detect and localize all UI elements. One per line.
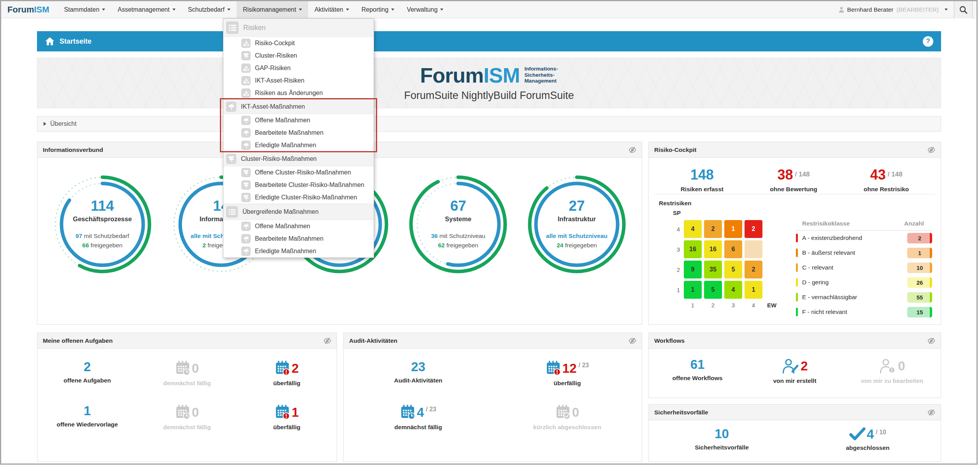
- dropdown-header-cluster-risiko-massnahmen: Cluster-Risiko-Maßnahmen: [223, 152, 374, 166]
- stat-value-row: 1: [84, 404, 91, 417]
- stat-value-row: 43/ 148: [864, 168, 909, 182]
- circle-line: 36 mit Schutzniveau: [431, 231, 485, 241]
- stat-number: 43: [870, 168, 886, 182]
- dropdown-header-risiken: Risiken: [223, 19, 374, 37]
- check-blue: [849, 427, 866, 441]
- help-icon[interactable]: ?: [923, 36, 933, 47]
- dropdown-item-erledigte-massnahmen[interactable]: Erledigte Maßnahmen: [223, 139, 374, 152]
- restrisikoklasse-table: Restrisikoklasse Anzahl A - existenzbedr…: [796, 220, 933, 319]
- menu-risikomanagement[interactable]: Risikomanagement: [237, 1, 308, 18]
- menu-reporting[interactable]: Reporting: [355, 1, 400, 18]
- eye-slash-icon[interactable]: [927, 409, 935, 416]
- stat-abgeschlossen: 4/ 10abgeschlossen: [795, 427, 941, 451]
- app-window: ForumISM StammdatenAssetmanagementSchutz…: [0, 0, 978, 465]
- stat-label: offene Wiedervorlage: [56, 421, 118, 428]
- app-logo[interactable]: ForumISM: [1, 1, 58, 18]
- matrix-row-label: 1: [673, 287, 681, 293]
- circle-label: Infrastruktur: [558, 215, 596, 223]
- restrisiken-label: Restrisiken: [659, 200, 933, 207]
- brand-part2: ISM: [34, 5, 49, 15]
- navbar-right: Bernhard Berater (BEARBEITER): [832, 1, 976, 18]
- circle-line: 97 mit Schutzbedarf: [76, 231, 129, 241]
- cockpit-stat-ohne-restrisiko: 43/ 148ohne Restrisiko: [864, 168, 909, 193]
- eye-slash-icon[interactable]: [629, 337, 636, 345]
- user-menu[interactable]: Bernhard Berater (BEARBEITER): [832, 6, 954, 13]
- risikomanagement-dropdown: RisikenRisiko-CockpitCluster-RisikenGAP-…: [223, 18, 374, 258]
- circle-line-seg: 66: [82, 242, 89, 248]
- matrix-cell: 1: [724, 220, 742, 238]
- uebersicht-toggle[interactable]: Übersicht: [37, 116, 941, 132]
- dropdown-item-offene-massnahmen[interactable]: Offene Maßnahmen: [223, 220, 374, 233]
- dropdown-item-risiko-cockpit[interactable]: Risiko-Cockpit: [223, 37, 374, 49]
- stat-number: 4: [867, 428, 874, 441]
- panel-sicherheitsvorfaelle: Sicherheitsvorfälle 10Sicherheitsvorfäll…: [648, 404, 941, 462]
- dropdown-item-bearbeitete-cluster-risiko-massnahmen[interactable]: Bearbeitete Cluster-Risiko-Maßnahmen: [223, 179, 374, 191]
- risk-class-row-c-relevant: C - relevant10: [796, 260, 932, 275]
- stat-number: 0: [898, 360, 905, 372]
- tagline-line: Management: [524, 78, 558, 84]
- stat-label: ohne Restrisiko: [864, 186, 909, 193]
- stat-label: von mir zu bearbeiten: [861, 377, 923, 384]
- dropdown-item-erledigte-massnahmen[interactable]: Erledigte Maßnahmen: [223, 245, 374, 257]
- dropdown-item-erledigte-cluster-risiko-massnahmen[interactable]: Erledigte Cluster-Risiko-Maßnahmen: [223, 191, 374, 204]
- table-header: Restrisikoklasse Anzahl: [796, 220, 932, 231]
- circle-line-seg: 97: [76, 233, 82, 239]
- panel-header: Sicherheitsvorfälle: [649, 405, 941, 420]
- banner-logo-row: ForumISM Informations- Sicherheits- Mana…: [420, 65, 558, 86]
- list-icon: [226, 206, 238, 218]
- circle-label: Systeme: [445, 215, 471, 223]
- matrix-row-label: 4: [673, 226, 681, 233]
- eye-slash-icon[interactable]: [927, 337, 935, 345]
- dropdown-item-bearbeitete-massnahmen[interactable]: Bearbeitete Maßnahmen: [223, 233, 374, 245]
- stat-value-row: 1: [275, 404, 299, 420]
- dropdown-item-label: Risiko-Cockpit: [255, 40, 295, 47]
- calendar-clock-gray: [175, 360, 191, 376]
- matrix-cell: 9: [684, 261, 702, 278]
- dropdown-item-gap-risiken[interactable]: GAP-Risiken: [223, 62, 374, 74]
- stat-label: überfällig: [273, 424, 300, 431]
- class-color-bar: [796, 263, 798, 272]
- panel-audit-aktivitaeten: Audit-Aktivitäten 23Audit-Aktivitäten12/…: [343, 333, 642, 462]
- eye-slash-icon[interactable]: [323, 337, 331, 345]
- person-edit-blue: [782, 358, 799, 374]
- search-button[interactable]: [954, 1, 973, 18]
- stat-label: offene Workflows: [673, 375, 723, 382]
- circle-text: 67Systeme36 mit Schutzniveau62 freigegeb…: [408, 174, 508, 275]
- circle-text: 114Geschäftsprozesse97 mit Schutzbedarf6…: [52, 174, 153, 275]
- dropdown-item-bearbeitete-massnahmen[interactable]: Bearbeitete Maßnahmen: [223, 127, 374, 139]
- stat-value-row: 12/ 23: [546, 360, 589, 376]
- class-color-bar: [796, 278, 798, 287]
- menu-verwaltung[interactable]: Verwaltung: [400, 1, 450, 18]
- eye-slash-icon[interactable]: [927, 146, 935, 154]
- menu-stammdaten[interactable]: Stammdaten: [58, 1, 112, 18]
- dropdown-item-ikt-asset-risiken[interactable]: IKT-Asset-Risiken: [223, 74, 374, 87]
- risk-class-row-f-nicht-relevant: F - nicht relevant15: [796, 305, 932, 319]
- dropdown-item-label: Offene Cluster-Risiko-Maßnahmen: [255, 169, 351, 176]
- dropdown-item-cluster-risiken[interactable]: Cluster-Risiken: [223, 49, 374, 62]
- stat-grid: 23Audit-Aktivitäten12/ 23überfällig4/ 23…: [344, 349, 642, 431]
- menu-schutzbedarf[interactable]: Schutzbedarf: [182, 1, 237, 18]
- menu-aktivitaten[interactable]: Aktivitäten: [308, 1, 355, 18]
- dropdown-item-label: Cluster-Risiken: [255, 52, 297, 59]
- dropdown-item-label: Bearbeitete Cluster-Risiko-Maßnahmen: [255, 182, 364, 189]
- stat-kurzlich-abgeschlossen: 0kürzlich abgeschlossen: [493, 404, 642, 431]
- stat-number: 148: [690, 168, 714, 182]
- menu-assetmanagement[interactable]: Assetmanagement: [111, 1, 181, 18]
- cockpit-stat-risiken-erfasst: 148Risiken erfasst: [681, 168, 724, 193]
- dropdown-item-offene-cluster-risiko-massnahmen[interactable]: Offene Cluster-Risiko-Maßnahmen: [223, 166, 374, 179]
- stat-value-row: 2: [275, 360, 299, 376]
- badge-edge: [930, 307, 932, 317]
- matrix-cell: 1: [745, 281, 762, 299]
- eye-slash-icon[interactable]: [629, 146, 636, 154]
- risk-class-row-b-ausserst-relevant: B - äußerst relevant1: [796, 245, 932, 260]
- stat-label: überfällig: [554, 380, 581, 387]
- stat-label: demnächst fällig: [394, 424, 442, 431]
- dropdown-item-risiken-aus-anderungen[interactable]: Risiken aus Änderungen: [223, 87, 374, 99]
- dropdown-item-offene-massnahmen[interactable]: Offene Maßnahmen: [223, 114, 374, 127]
- badge-edge: [930, 248, 932, 258]
- circle-line-seg: mit Schutzbedarf: [82, 233, 129, 239]
- matrix-cell: 4: [724, 281, 742, 299]
- stat-number: 10: [715, 427, 729, 440]
- stat-value-row: 0: [175, 360, 199, 376]
- class-count: 15: [917, 309, 923, 315]
